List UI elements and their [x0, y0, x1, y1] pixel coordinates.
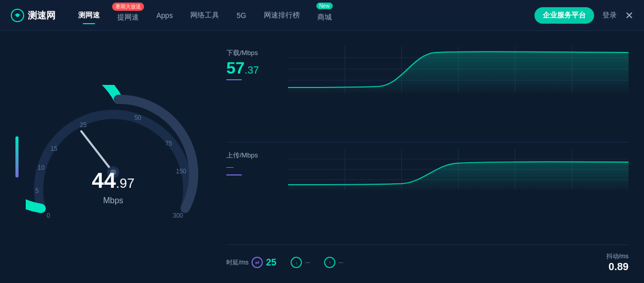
svg-text:15: 15 [50, 145, 58, 152]
nav-item-tools[interactable]: 网络工具 [183, 8, 226, 23]
logo-text: 测速网 [28, 9, 56, 22]
logo-icon [10, 8, 25, 23]
logo[interactable]: 测速网 [10, 8, 56, 23]
download-label: 下载/Mbps [226, 48, 278, 58]
nav: 测网速 暑期大放送 提网速 Apps 网络工具 5G 网速排行榜 New 商城 [71, 6, 634, 25]
divider-2 [226, 244, 629, 245]
nav-item-boost[interactable]: 暑期大放送 提网速 [110, 6, 146, 25]
jitter-area: 抖动/ms 0.89 [606, 252, 629, 273]
cta-button[interactable]: 企业服务平台 [534, 7, 594, 24]
close-button[interactable]: ✕ [625, 9, 634, 22]
svg-line-11 [81, 131, 113, 172]
download-row: 下载/Mbps 57.37 [226, 41, 629, 139]
divider-1 [226, 142, 629, 143]
nav-item-ranking[interactable]: 网速排行榜 [257, 8, 307, 23]
upload-underline [226, 174, 242, 175]
svg-text:50: 50 [134, 114, 141, 121]
login-button[interactable]: 登录 [602, 11, 617, 20]
upload-dash: — [226, 163, 234, 171]
nav-item-speedtest[interactable]: 测网速 [71, 8, 107, 23]
speedometer-svg: 0 5 10 15 25 50 75 150 300 44.97 [26, 85, 201, 229]
svg-text:5: 5 [35, 187, 39, 194]
upload-chart [288, 149, 629, 190]
latency-label: 时延/ms [226, 258, 248, 267]
download-chart [288, 46, 629, 93]
header: 测速网 测网速 暑期大放送 提网速 Apps 网络工具 5G 网速排行榜 New [0, 0, 644, 31]
download-latency-value: – [305, 258, 310, 267]
svg-text:150: 150 [176, 168, 186, 175]
latency-stat: 时延/ms ⇄ 25 [226, 257, 276, 268]
upload-label: 上传/Mbps [226, 151, 278, 160]
badge-summer: 暑期大放送 [112, 3, 144, 11]
download-label-area: 下载/Mbps 57.37 [226, 46, 278, 80]
svg-text:0: 0 [47, 212, 50, 219]
upload-row: 上传/Mbps — [226, 146, 629, 241]
latency-value: 25 [266, 257, 276, 268]
jitter-value: 0.89 [606, 261, 629, 273]
side-bar-decoration [15, 136, 19, 178]
nav-item-5g[interactable]: 5G [229, 8, 254, 23]
svg-text:300: 300 [173, 212, 183, 219]
svg-text:Mbps: Mbps [103, 196, 123, 205]
latency-icon: ⇄ [252, 257, 263, 268]
main-content: 0 5 10 15 25 50 75 150 300 44.97 [0, 31, 644, 283]
upload-label-area: 上传/Mbps — [226, 149, 278, 175]
upload-latency-value: – [338, 258, 343, 267]
nav-item-apps[interactable]: Apps [149, 8, 180, 23]
badge-new: New [316, 3, 333, 9]
upload-latency-icon: ↑ [324, 257, 335, 268]
speedometer-container: 0 5 10 15 25 50 75 150 300 44.97 [15, 41, 211, 273]
download-value: 57.37 [226, 60, 278, 76]
download-underline [226, 79, 242, 80]
nav-item-store[interactable]: New 商城 [310, 6, 339, 25]
download-latency-stat: ↓ – [291, 257, 310, 268]
download-latency-icon: ↓ [291, 257, 302, 268]
svg-text:75: 75 [165, 140, 172, 147]
svg-point-1 [16, 14, 19, 17]
jitter-label: 抖动/ms [606, 252, 629, 261]
svg-text:10: 10 [38, 164, 45, 171]
bottom-stats: 时延/ms ⇄ 25 ↓ – ↑ – 抖动/ms 0.89 [226, 248, 629, 273]
svg-text:25: 25 [80, 121, 87, 129]
upload-value: — [226, 163, 278, 170]
upload-latency-stat: ↑ – [324, 257, 343, 268]
right-panel: 下载/Mbps 57.37 [226, 41, 629, 273]
svg-text:44.97: 44.97 [92, 168, 135, 192]
